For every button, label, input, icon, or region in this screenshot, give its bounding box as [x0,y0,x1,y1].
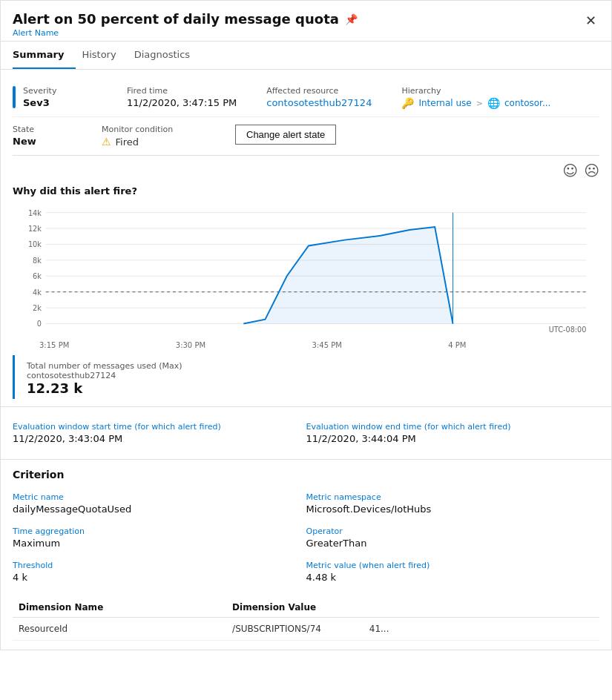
x-label-345: 3:45 PM [312,341,342,349]
operator-value: GreaterThan [306,538,600,549]
affected-resource-value[interactable]: contosotesthub27124 [266,97,372,108]
y-label-0: 0 [37,320,42,328]
dim-value-text: /SUBSCRIPTIONS/74 [232,624,321,634]
pin-icon[interactable]: 📌 [345,13,358,25]
panel-header: Alert on 50 percent of daily message quo… [1,1,611,42]
monitor-condition-value: ⚠️ Fired [102,136,205,148]
eval-start-item: Evaluation window start time (for which … [13,416,306,450]
fired-time-label: Fired time [127,86,237,96]
hierarchy-key-text: Internal use [418,98,471,108]
x-label-4pm: 4 PM [448,341,466,349]
eval-end-label: Evaluation window end time (for which al… [306,422,600,432]
chart-title: Why did this alert fire? [1,182,611,204]
severity-section: Severity Sev3 [13,86,97,108]
chart-section: Why did this alert fire? 14k 12k 10k 8k … [1,182,611,399]
threshold-value: 4 k [13,572,306,583]
dim-value-subscriptions: /SUBSCRIPTIONS/74 41... [226,618,599,641]
severity-value: Sev3 [23,97,97,108]
affected-resource-label: Affected resource [266,86,372,96]
chart-legend-text: Total number of messages used (Max) cont… [27,361,182,396]
metric-namespace-label: Metric namespace [306,492,600,502]
x-label-315: 3:15 PM [39,341,69,349]
panel-title: Alert on 50 percent of daily message quo… [13,11,582,27]
state-row: State New Monitor condition ⚠️ Fired Cha… [13,117,599,156]
hierarchy-value-text: contosor... [504,98,550,108]
severity-item: Severity Sev3 [23,86,97,108]
chart-svg: 14k 12k 10k 8k 6k 4k 2k 0 [13,204,599,337]
hierarchy-item: Hierarchy 🔑 Internal use > 🌐 contosor... [401,86,550,109]
time-aggregation-label: Time aggregation [13,526,306,536]
y-label-8k: 8k [33,257,42,265]
feedback-icons: ☺ ☹ [562,162,599,179]
evaluation-section: Evaluation window start time (for which … [1,406,611,459]
hierarchy-label: Hierarchy [401,86,550,96]
alert-panel: Alert on 50 percent of daily message quo… [0,0,612,650]
y-label-6k: 6k [33,272,42,280]
hierarchy-value: 🔑 Internal use > 🌐 contosor... [401,97,550,109]
chart-legend-title: Total number of messages used (Max) [27,361,182,371]
threshold-label: Threshold [13,561,306,570]
dimension-table-header: Dimension Name Dimension Value [13,598,599,618]
eval-end-item: Evaluation window end time (for which al… [306,416,600,450]
state-label: State [13,125,72,134]
close-button[interactable]: ✕ [582,11,599,30]
change-state-section: Change alert state [235,125,336,145]
meta-row-1: Severity Sev3 Fired time 11/2/2020, 3:47… [13,79,599,117]
feedback-row: ☺ ☹ [1,156,611,182]
alert-name-label: Alert Name [13,28,582,38]
severity-label: Severity [23,86,97,96]
operator-item: Operator GreaterThan [306,521,600,555]
y-label-2k: 2k [33,304,42,312]
chart-legend: Total number of messages used (Max) cont… [13,355,599,399]
affected-resource-item: Affected resource contosotesthub27124 [266,86,372,108]
time-aggregation-value: Maximum [13,538,306,549]
time-aggregation-item: Time aggregation Maximum [13,521,306,555]
fired-time-value: 11/2/2020, 3:47:15 PM [127,97,237,108]
monitor-condition-label: Monitor condition [102,125,205,134]
monitor-condition-text: Fired [116,136,139,148]
metric-value-label: Metric value (when alert fired) [306,561,600,570]
tab-history[interactable]: History [82,42,128,69]
evaluation-grid: Evaluation window start time (for which … [13,416,599,450]
tab-summary[interactable]: Summary [13,42,76,69]
monitor-condition-item: Monitor condition ⚠️ Fired [102,125,205,148]
happy-feedback-icon[interactable]: ☺ [562,162,578,179]
dim-col1-header: Dimension Name [13,598,226,618]
fired-time-item: Fired time 11/2/2020, 3:47:15 PM [127,86,237,108]
metric-value-item: Metric value (when alert fired) 4.48 k [306,555,600,589]
state-value: New [13,136,72,147]
metric-value-value: 4.48 k [306,572,600,583]
utc-label: UTC-08:00 [549,326,587,334]
tabs-bar: Summary History Diagnostics [1,42,611,70]
criterion-title: Criterion [1,459,611,486]
x-label-330: 3:30 PM [176,341,205,349]
sad-feedback-icon[interactable]: ☹ [584,162,599,179]
chart-legend-value: 12.23 k [27,380,182,396]
hierarchy-arrow: > [476,99,483,108]
metric-name-label: Metric name [13,492,306,502]
key-icon: 🔑 [401,97,414,109]
dimension-header-row: Dimension Name Dimension Value [13,598,599,618]
eval-end-value: 11/2/2020, 3:44:04 PM [306,433,600,444]
chart-container: 14k 12k 10k 8k 6k 4k 2k 0 [13,204,599,352]
y-label-12k: 12k [28,225,42,233]
dim-extra-text: 41... [369,624,389,634]
metric-namespace-item: Metric namespace Microsoft.Devices/IotHu… [306,486,600,521]
chart-area-fill [243,227,453,323]
dim-name-resourceid: ResourceId [13,618,226,641]
y-label-14k: 14k [28,209,42,217]
severity-indicator [13,86,16,108]
metric-namespace-value: Microsoft.Devices/IotHubs [306,503,600,515]
operator-label: Operator [306,526,600,536]
y-label-4k: 4k [33,288,42,297]
eval-start-value: 11/2/2020, 3:43:04 PM [13,433,306,444]
metric-name-item: Metric name dailyMessageQuotaUsed [13,486,306,521]
tab-diagnostics[interactable]: Diagnostics [134,42,202,69]
globe-icon: 🌐 [487,97,500,109]
change-alert-state-button[interactable]: Change alert state [235,125,336,145]
title-text: Alert on 50 percent of daily message quo… [13,11,339,27]
warning-icon: ⚠️ [102,136,111,148]
title-area: Alert on 50 percent of daily message quo… [13,11,582,38]
eval-start-label: Evaluation window start time (for which … [13,422,306,432]
y-label-10k: 10k [28,240,42,248]
